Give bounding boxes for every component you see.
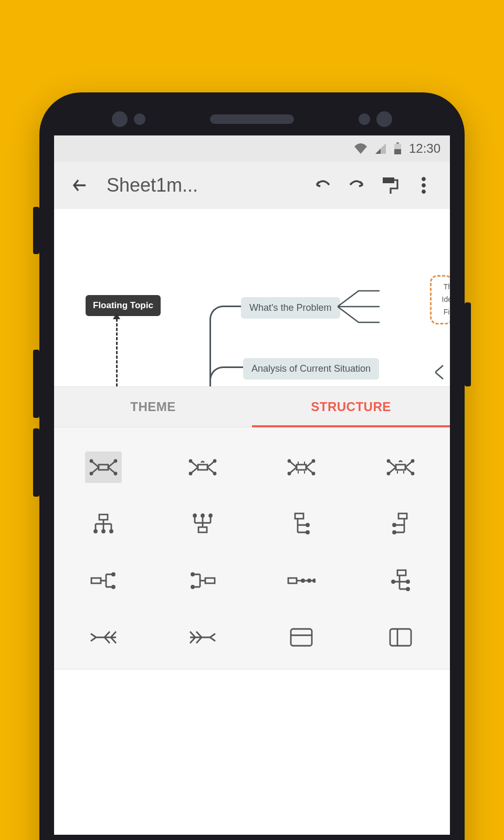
subtopic-node[interactable]: Th: [444, 282, 450, 291]
structure-option-org-chart-up[interactable]: [153, 496, 253, 552]
svg-point-42: [112, 573, 115, 576]
phone-side-button: [465, 302, 471, 386]
structure-option-mindmap-balanced[interactable]: [54, 439, 153, 496]
phone-screen: 12:30 Sheet1m... Floating Topic: [54, 135, 450, 840]
phone-sensor: [359, 113, 370, 125]
svg-point-54: [406, 588, 409, 591]
svg-rect-41: [91, 578, 101, 583]
topic-node[interactable]: What's the Problem: [241, 297, 340, 319]
svg-rect-56: [390, 629, 411, 646]
svg-rect-34: [198, 527, 207, 532]
tab-theme[interactable]: THEME: [54, 387, 252, 427]
status-time: 12:30: [409, 141, 440, 156]
svg-point-15: [214, 460, 216, 462]
svg-rect-51: [397, 570, 406, 575]
structure-option-matrix-row[interactable]: [252, 609, 351, 666]
phone-sensor: [112, 111, 128, 127]
redo-button[interactable]: [342, 171, 371, 200]
tab-label: STRUCTURE: [311, 400, 391, 414]
structure-option-mindmap-clockwise-numbered[interactable]: [351, 439, 450, 496]
svg-point-44: [191, 573, 194, 576]
topic-node[interactable]: Analysis of Current Situation: [243, 358, 379, 380]
svg-point-45: [191, 586, 194, 589]
structure-option-mindmap-balanced-numbered[interactable]: [252, 439, 351, 496]
structure-option-mindmap-clockwise[interactable]: [153, 439, 253, 496]
svg-point-29: [102, 530, 105, 533]
structure-option-logic-right[interactable]: [54, 552, 153, 609]
phone-frame: 12:30 Sheet1m... Floating Topic: [39, 92, 465, 840]
panel-divider: [54, 669, 450, 669]
svg-rect-17: [297, 465, 306, 470]
svg-rect-35: [295, 513, 303, 519]
svg-point-28: [94, 530, 97, 533]
structure-option-fishbone-right[interactable]: [153, 609, 253, 666]
tab-structure[interactable]: STRUCTURE: [252, 387, 450, 427]
svg-point-9: [90, 472, 92, 475]
svg-point-26: [412, 472, 414, 475]
svg-rect-27: [99, 514, 108, 520]
undo-button[interactable]: [308, 171, 338, 200]
svg-point-21: [312, 472, 314, 475]
structure-option-org-chart-down[interactable]: [54, 496, 153, 552]
phone-side-button: [33, 428, 39, 497]
svg-point-33: [209, 514, 212, 517]
svg-rect-7: [99, 465, 108, 470]
format-button[interactable]: [375, 171, 405, 200]
svg-point-39: [393, 524, 395, 527]
svg-point-40: [393, 531, 395, 534]
svg-point-31: [193, 514, 196, 517]
structure-option-timeline-horizontal[interactable]: [252, 552, 351, 609]
relationship-line[interactable]: [116, 314, 118, 386]
structure-option-logic-left[interactable]: [153, 552, 253, 609]
svg-rect-2: [394, 149, 401, 154]
svg-point-50: [313, 580, 316, 582]
svg-point-8: [90, 460, 92, 462]
svg-rect-46: [205, 578, 215, 583]
structure-grid: [54, 439, 450, 666]
subtopic-connector: [338, 288, 380, 332]
svg-point-18: [288, 460, 290, 462]
svg-point-53: [406, 581, 409, 583]
back-button[interactable]: [66, 171, 95, 200]
svg-point-36: [307, 524, 309, 527]
structure-option-tree-right[interactable]: [252, 496, 351, 552]
panel-tabs: THEME STRUCTURE: [54, 386, 450, 427]
phone-side-button: [33, 350, 39, 418]
phone-speaker: [210, 114, 294, 124]
structure-option-fishbone-left[interactable]: [54, 609, 153, 666]
structure-panel: [54, 427, 450, 669]
phone-side-button: [33, 207, 39, 254]
branch-connector: [209, 366, 243, 386]
svg-point-30: [110, 530, 113, 533]
subtopic-connector: [435, 364, 450, 365]
svg-point-52: [392, 581, 394, 583]
phone-sensor: [134, 113, 145, 125]
subtopic-node[interactable]: Ide: [442, 295, 450, 303]
svg-point-11: [114, 472, 117, 475]
svg-rect-3: [383, 177, 394, 183]
tab-label: THEME: [130, 400, 176, 414]
svg-rect-12: [198, 465, 207, 470]
system-navigation-bar: [54, 835, 450, 840]
svg-point-16: [214, 472, 216, 475]
svg-rect-38: [398, 513, 407, 519]
svg-point-4: [422, 177, 426, 181]
svg-point-23: [387, 460, 390, 462]
battery-icon: [394, 142, 402, 155]
structure-option-tree-left[interactable]: [351, 496, 450, 552]
svg-point-43: [112, 586, 115, 589]
structure-option-matrix-column[interactable]: [351, 609, 450, 666]
more-button[interactable]: [409, 171, 438, 200]
svg-point-10: [114, 460, 117, 462]
subtopic-node[interactable]: Fir: [444, 308, 450, 316]
svg-point-5: [422, 184, 426, 187]
svg-rect-0: [396, 142, 399, 144]
mindmap-canvas[interactable]: Floating Topic What's the Problem Analys…: [54, 209, 450, 386]
document-title[interactable]: Sheet1m...: [99, 174, 304, 196]
svg-rect-22: [396, 465, 405, 470]
structure-option-tree-table[interactable]: [351, 552, 450, 609]
floating-topic-node[interactable]: Floating Topic: [86, 295, 161, 316]
svg-point-49: [308, 580, 311, 582]
svg-point-6: [422, 190, 426, 194]
wifi-icon: [354, 143, 368, 154]
